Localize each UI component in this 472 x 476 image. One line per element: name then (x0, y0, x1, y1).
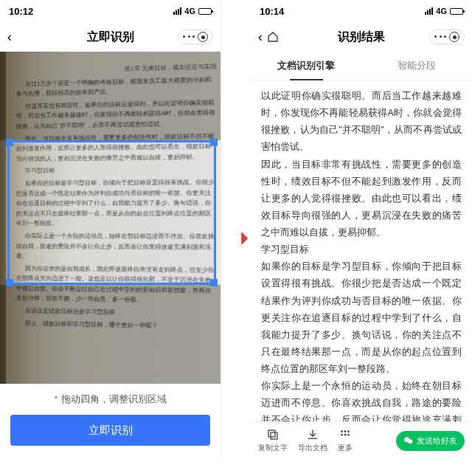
svg-point-9 (408, 439, 412, 444)
signal-label: 4G (436, 7, 447, 15)
arrow-icon (223, 229, 249, 248)
nav-bar: ‹ 识别结果 (251, 22, 472, 52)
copy-icon (266, 428, 280, 441)
battery-icon (450, 8, 463, 15)
svg-point-5 (341, 434, 343, 436)
recognize-button[interactable]: 立即识别 (10, 415, 210, 446)
status-bar: 10:12 4G (0, 0, 221, 22)
status-time: 10:12 (9, 6, 33, 17)
share-button[interactable]: 发送给好友 (396, 431, 465, 451)
more-grid-icon (339, 428, 352, 441)
result-paragraph: 因此，当目标非常有挑战性，需要更多的创造性时，绩效目标不但不能起到激发作用，反而… (261, 156, 462, 242)
signal-icon (425, 7, 433, 15)
crop-shade-top (0, 52, 221, 140)
capsule-menu[interactable] (178, 30, 213, 44)
tabs: 文档识别引擎 智能分段 (251, 52, 472, 80)
hint-text: *拖动四角，调整识别区域 (0, 384, 221, 415)
home-icon[interactable] (267, 31, 279, 43)
left-screenshot: 10:12 4G ‹ 立即识别 第1章 无痛目标：规划设定与实现 去过1万步？设… (0, 0, 221, 459)
result-paragraph: 以此证明你确实很聪明。而后当工作越来越难时，你发现你不再能轻易获得A时，你就会觉… (261, 88, 462, 156)
more-icon[interactable] (434, 35, 446, 38)
tab-segment[interactable]: 智能分段 (361, 52, 472, 80)
svg-point-7 (347, 434, 350, 436)
signal-label: 4G (184, 7, 195, 15)
result-paragraph: 如果你的目标是学习型目标，你倾向于把目标设置得很有挑战。你很少把是否达成一个既定… (261, 258, 462, 378)
status-time: 10:14 (260, 6, 284, 17)
result-paragraph: 学习型目标 (261, 241, 462, 258)
image-crop-area[interactable]: 第1章 无痛目标：规划设定与实现 去过1万步？设定一个明确的考核目标，能激发员工… (0, 52, 221, 384)
tab-engine[interactable]: 文档识别引擎 (251, 52, 361, 80)
wechat-icon (403, 435, 414, 446)
svg-rect-1 (268, 430, 275, 437)
svg-point-6 (344, 434, 347, 436)
bottom-toolbar: 复制文字 导出文档 更多 发送给好友 (251, 421, 472, 459)
crop-shade-bottom (0, 285, 221, 384)
result-paragraph: 你实际上是一个永恒的运动员，始终在朝目标迈进而不停息。你喜欢挑战自我，路途的要险… (261, 378, 462, 421)
signal-icon (173, 7, 181, 15)
nav-title: 识别结果 (338, 30, 385, 45)
capsule-menu[interactable] (429, 30, 465, 44)
nav-bar: ‹ 立即识别 (0, 22, 221, 52)
battery-icon (198, 8, 212, 15)
nav-title: 立即识别 (87, 30, 134, 45)
back-icon[interactable]: ‹ (7, 30, 12, 45)
svg-rect-0 (271, 432, 277, 439)
export-action[interactable]: 导出文档 (298, 428, 327, 453)
status-indicators: 4G (173, 7, 212, 15)
status-bar: 10:14 4G (251, 0, 472, 22)
more-icon[interactable] (183, 35, 195, 38)
close-miniapp-icon[interactable] (449, 32, 459, 42)
svg-point-3 (344, 430, 347, 432)
svg-point-2 (341, 430, 343, 432)
status-indicators: 4G (425, 7, 463, 15)
svg-point-4 (347, 430, 350, 432)
copy-action[interactable]: 复制文字 (258, 428, 288, 453)
close-miniapp-icon[interactable] (198, 32, 208, 42)
right-screenshot: 10:14 4G ‹ 识别结果 文档识别引擎 智能分段 以此证明你确实很聪明。而… (251, 0, 472, 459)
more-action[interactable]: 更多 (338, 428, 353, 453)
result-text[interactable]: 以此证明你确实很聪明。而后当工作越来越难时，你发现你不再能轻易获得A时，你就会觉… (251, 80, 472, 421)
back-icon[interactable]: ‹ (258, 30, 263, 45)
export-icon (306, 428, 319, 441)
